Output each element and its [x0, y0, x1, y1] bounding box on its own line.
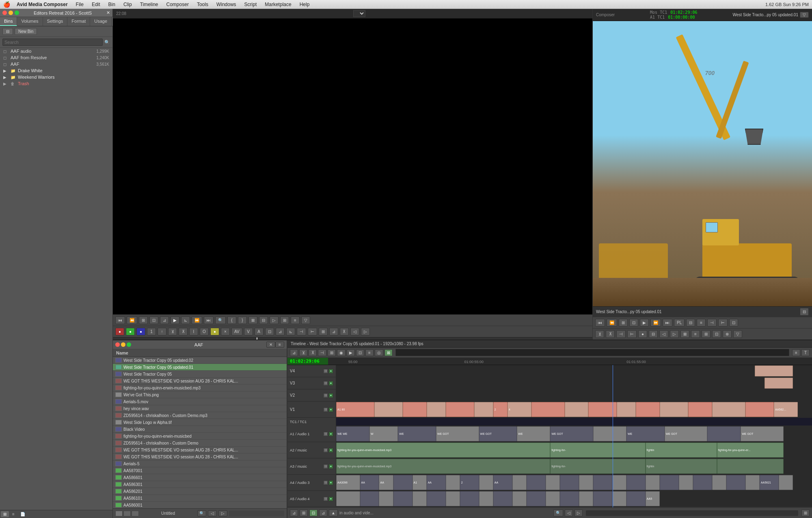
clip-block[interactable] — [479, 475, 493, 490]
comp2-btn10[interactable]: ≡ — [691, 330, 700, 338]
clip-block[interactable] — [531, 402, 565, 417]
tl-lift-button[interactable]: ⊿ — [290, 349, 298, 356]
menu-edit[interactable]: Edit — [90, 1, 102, 8]
comp2-btn5[interactable]: ● — [638, 330, 647, 338]
comp-extra1[interactable]: ⊣ — [707, 319, 717, 327]
clip-block[interactable] — [636, 402, 660, 417]
mark-i-button[interactable]: I — [189, 328, 198, 335]
a2-active-btn[interactable]: ● — [328, 448, 333, 453]
list-item[interactable]: AA586201 — [113, 488, 287, 495]
clip-block[interactable] — [427, 402, 446, 417]
mark-blue-button[interactable]: ● — [136, 328, 145, 335]
goto-start-button[interactable]: ⏮ — [115, 316, 125, 324]
tl-fullscreen-btn[interactable]: ⊞ — [801, 509, 810, 516]
menu-bin[interactable]: Bin — [107, 1, 117, 8]
list-item[interactable]: WE GOT THIS WESTSIDE VO session AUG 28 -… — [113, 378, 287, 385]
clip-block[interactable]: 2 — [460, 475, 479, 490]
step-back-button[interactable]: ⏪ — [127, 316, 137, 324]
v2-expand-btn[interactable]: ⊟ — [323, 393, 328, 398]
comp-extra2[interactable]: ⊢ — [718, 319, 728, 327]
tl-settings-button[interactable]: ≡ — [792, 349, 800, 356]
clip-block[interactable]: fighting-for-you-quinn-erwin-musicbed.mp… — [336, 459, 550, 474]
clip-block[interactable] — [626, 475, 646, 490]
comp2-btn14[interactable]: ▽ — [733, 330, 742, 338]
comp2-btn1[interactable]: ⊻ — [595, 330, 604, 338]
step-1f-button[interactable]: 1 — [147, 328, 156, 335]
tab-bins[interactable]: Bins — [0, 17, 17, 26]
app-name-menu[interactable]: Avid Media Composer — [15, 1, 69, 8]
tab-format[interactable]: Format — [67, 17, 90, 26]
aaf-nav-back[interactable]: ◁ — [208, 510, 217, 516]
clip-block[interactable] — [707, 426, 741, 441]
clip-block[interactable] — [612, 475, 626, 490]
view-text-button[interactable] — [115, 511, 123, 516]
clip-block[interactable] — [560, 475, 579, 490]
comp-play-loop[interactable]: ⊡ — [629, 319, 638, 327]
tab-settings[interactable]: Settings — [43, 17, 68, 26]
audio-only-button[interactable]: A — [255, 328, 263, 335]
clip-block[interactable] — [446, 475, 460, 490]
track-content-v3[interactable] — [336, 377, 812, 389]
list-item[interactable]: ZD595614 - chriskalhoon - Custom Demo.mp… — [113, 412, 287, 419]
comp2-btn11[interactable]: ⊞ — [702, 330, 710, 338]
track-content-a5[interactable]: AA5 — [336, 491, 812, 507]
bins-icon-btn[interactable]: ⊟ — [2, 28, 13, 35]
aaf-maximize-button[interactable] — [127, 342, 131, 347]
aaf-close-x-button[interactable]: ✕ — [266, 342, 275, 348]
v3-expand-btn[interactable]: ⊟ — [323, 381, 328, 386]
yellow-mark-button[interactable]: ● — [210, 328, 219, 335]
clip-block[interactable] — [565, 402, 589, 417]
play-button[interactable]: ▶ — [171, 316, 179, 324]
track-content-v1[interactable]: A1 80 2 4 — [336, 402, 812, 417]
list-item[interactable]: ◻ AAF from Resolve 1,240K — [0, 54, 112, 61]
list-item[interactable]: West Side Tractor Copy 05 updated.01 — [113, 364, 287, 371]
slip-button[interactable]: ⊿ — [329, 328, 338, 335]
list-item-folder[interactable]: ▶ 📁 Drake White — [0, 67, 112, 74]
track-content-v2[interactable] — [336, 389, 812, 401]
timebar-ruler[interactable]: 55:00 01:00:55:00 01:01:55:00 — [348, 358, 812, 365]
add-edit-button[interactable]: ⊢ — [308, 328, 317, 335]
list-item-folder[interactable]: ▶ 📁 Weekend Warriors — [0, 74, 112, 80]
clip-block[interactable]: A1 80 — [336, 402, 374, 417]
view-grid-button[interactable] — [123, 511, 131, 516]
clip-block[interactable]: 4 — [508, 402, 531, 417]
comp2-btn9[interactable]: ⊠ — [680, 330, 689, 338]
a5-expand-btn[interactable]: ⊟ — [323, 497, 328, 501]
deselect-button[interactable]: ⊟ — [259, 316, 268, 324]
slow-play-button[interactable]: ▷ — [270, 316, 279, 324]
match-frame-button[interactable]: ⊞ — [139, 316, 148, 324]
clip-block[interactable] — [745, 475, 760, 490]
track-content-a2[interactable]: fighting-for-you-quinn-erwin-musicbed.mp… — [336, 442, 812, 458]
comp2-btn6[interactable]: ⊟ — [649, 330, 658, 338]
tl-nav-fwd-btn[interactable]: ▷ — [574, 509, 583, 516]
tl-step-button[interactable]: ⊡ — [356, 349, 364, 356]
source-clip-selector[interactable] — [353, 10, 365, 17]
clip-block[interactable]: fighting-for- — [550, 459, 645, 474]
clip-block[interactable]: AA — [493, 475, 512, 490]
comp2-btn12[interactable]: ⊡ — [712, 330, 721, 338]
clip-block[interactable] — [593, 491, 612, 506]
comp-goto-start[interactable]: ⏮ — [595, 319, 605, 327]
list-item[interactable]: AA587001 — [113, 467, 287, 474]
view-list-button[interactable] — [132, 511, 139, 516]
mark-o-button[interactable]: O — [200, 328, 209, 335]
clip-block[interactable] — [693, 475, 712, 490]
tl-bottom-btn4[interactable]: ▲ — [329, 509, 338, 516]
tl-bottom-btn1[interactable]: ⊿ — [290, 509, 298, 516]
aaf-close-button[interactable] — [115, 342, 120, 347]
clip-block[interactable] — [755, 365, 793, 376]
list-item[interactable]: fighting-for-you-quinn-erwin-musicbed.mp… — [113, 385, 287, 391]
tab-usage[interactable]: Usage — [90, 17, 112, 26]
clip-block[interactable]: WE — [517, 426, 550, 441]
comp-play[interactable]: ▶ — [640, 319, 649, 327]
tl-splice-button[interactable]: ⊻ — [299, 349, 307, 356]
format-tab-list[interactable]: ≡ — [10, 511, 17, 517]
clip-block[interactable] — [764, 378, 793, 389]
clip-block[interactable] — [712, 475, 726, 490]
comp2-btn2[interactable]: ⊼ — [606, 330, 615, 338]
v3-active-btn[interactable]: ● — [328, 381, 333, 386]
clip-block[interactable] — [579, 491, 593, 506]
tl-overwrite-button[interactable]: ⊼ — [309, 349, 317, 356]
v4-expand-btn[interactable]: ⊟ — [323, 369, 328, 374]
bins-search-input[interactable] — [2, 39, 103, 46]
